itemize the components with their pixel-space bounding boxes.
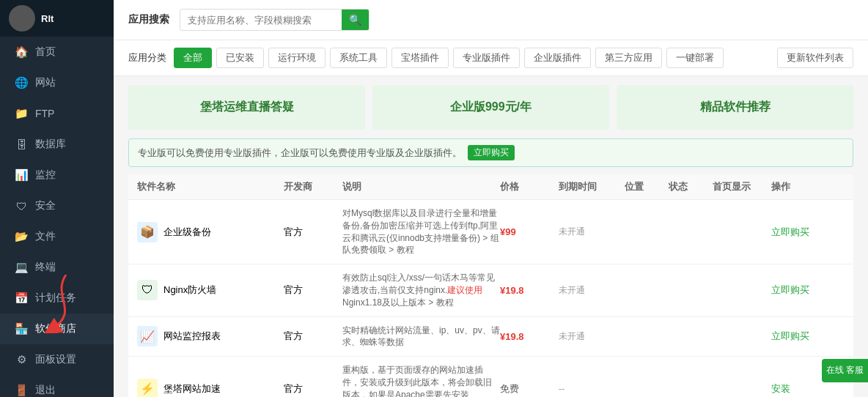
logo-text: RIt (41, 13, 54, 24)
promo-banner-enterprise[interactable]: 企业版999元/年 (372, 85, 609, 130)
files-icon: 📂 (15, 230, 28, 243)
sw-action[interactable]: 立即购买 (771, 226, 845, 239)
category-bar: 应用分类 全部已安装运行环境系统工具宝塔插件专业版插件企业版插件第三方应用一键部… (114, 40, 868, 76)
sw-name-label: 堡塔网站加速 (163, 382, 221, 396)
table-header: 软件名称开发商说明价格到期时间位置状态首页显示操作 (128, 174, 853, 200)
sidebar-item-logout[interactable]: 🚪退出 (0, 375, 114, 397)
sidebar-item-database[interactable]: 🗄数据库 (0, 129, 114, 160)
sw-icon: ⚡ (137, 379, 158, 397)
promo-banners: 堡塔运维直播答疑企业版999元/年精品软件推荐 (114, 76, 868, 138)
sidebar-item-label: 首页 (35, 45, 56, 59)
sw-action[interactable]: 安装 (771, 382, 845, 396)
sidebar-item-settings[interactable]: ⚙面板设置 (0, 344, 114, 375)
sw-expire: 未开通 (559, 226, 625, 238)
category-btn-thirdparty[interactable]: 第三方应用 (595, 48, 662, 68)
sidebar-item-terminal[interactable]: 💻终端 (0, 252, 114, 283)
sw-action-link[interactable]: 立即购买 (771, 226, 809, 237)
sw-price: 免费 (500, 382, 559, 396)
category-btn-systool[interactable]: 系统工具 (330, 48, 387, 68)
sidebar-item-label: 终端 (35, 261, 56, 274)
sidebar-logo: RIt (0, 0, 114, 37)
notice-buy-button[interactable]: 立即购买 (468, 145, 515, 160)
promo-banner-recommended[interactable]: 精品软件推荐 (617, 85, 853, 130)
search-label: 应用搜索 (128, 13, 169, 26)
table-col-header: 到期时间 (559, 180, 625, 193)
update-software-list-button[interactable]: 更新软件列表 (777, 48, 853, 68)
category-btn-runtime[interactable]: 运行环境 (268, 48, 326, 68)
website-icon: 🌐 (15, 76, 28, 89)
category-btn-entplugin[interactable]: 企业版插件 (524, 48, 591, 68)
sidebar-item-monitor[interactable]: 📊监控 (0, 160, 114, 190)
promo-banner-live[interactable]: 堡塔运维直播答疑 (128, 85, 365, 130)
sw-developer: 官方 (284, 226, 342, 239)
sw-price: ¥99 (500, 226, 559, 237)
sw-icon: 📦 (137, 222, 158, 242)
online-service-button[interactable]: 在线 客服 (822, 359, 868, 382)
monitor-icon: 📊 (15, 168, 28, 182)
sw-price: ¥19.8 (500, 331, 559, 342)
search-bar: 应用搜索 🔍 (114, 0, 868, 40)
table-col-header: 开发商 (284, 180, 342, 193)
sw-expire: 未开通 (559, 330, 625, 343)
scheduler-icon: 📅 (15, 292, 28, 305)
category-btn-installed[interactable]: 已安装 (216, 48, 264, 68)
sw-icon: 🛡 (137, 280, 158, 300)
table-col-header: 价格 (500, 180, 559, 193)
category-btn-btplugin[interactable]: 宝塔插件 (391, 48, 449, 68)
sidebar-item-appstore[interactable]: 🏪软件商店 (0, 313, 114, 344)
table-body: 📦企业级备份官方对Mysql数据库以及目录进行全量和增量备份,备份加密压缩并可选… (128, 200, 853, 397)
notice-text: 专业版可以免费使用专业版插件，企业版可以免费使用专业版及企业版插件。 (138, 146, 462, 160)
search-input-wrap: 🔍 (180, 9, 369, 31)
sidebar-item-label: FTP (35, 108, 54, 119)
sw-name-label: 网站监控报表 (163, 330, 221, 343)
search-button[interactable]: 🔍 (342, 10, 369, 30)
sw-desc: 对Mysql数据库以及目录进行全量和增量备份,备份加密压缩并可选上传到ftp,阿… (342, 207, 500, 256)
sw-developer: 官方 (284, 382, 342, 396)
logout-icon: 🚪 (15, 384, 28, 397)
category-label: 应用分类 (128, 51, 166, 64)
sidebar-nav: 🏠首页🌐网站📁FTP🗄数据库📊监控🛡安全📂文件💻终端📅计划任务🏪软件商店⚙面板设… (0, 37, 114, 397)
sw-action-link[interactable]: 安装 (771, 383, 790, 394)
sidebar-item-ftp[interactable]: 📁FTP (0, 98, 114, 129)
sw-developer: 官方 (284, 283, 342, 297)
sw-developer: 官方 (284, 330, 342, 343)
sidebar-item-files[interactable]: 📂文件 (0, 221, 114, 252)
sidebar-item-scheduler[interactable]: 📅计划任务 (0, 283, 114, 313)
sw-icon: 📈 (137, 326, 158, 346)
sidebar-item-label: 面板设置 (35, 353, 76, 366)
software-table: 软件名称开发商说明价格到期时间位置状态首页显示操作 📦企业级备份官方对Mysql… (128, 174, 853, 397)
sidebar-item-security[interactable]: 🛡安全 (0, 190, 114, 221)
sidebar-item-label: 网站 (35, 76, 56, 89)
table-col-header: 状态 (669, 180, 713, 193)
table-col-header: 软件名称 (137, 180, 284, 193)
search-input[interactable] (180, 11, 342, 29)
category-btn-all[interactable]: 全部 (174, 48, 212, 68)
ftp-icon: 📁 (15, 107, 28, 120)
category-buttons: 全部已安装运行环境系统工具宝塔插件专业版插件企业版插件第三方应用一键部署 (174, 48, 724, 68)
table-row: 📦企业级备份官方对Mysql数据库以及目录进行全量和增量备份,备份加密压缩并可选… (128, 200, 853, 264)
sw-action[interactable]: 立即购买 (771, 283, 845, 297)
sw-desc: 重构版，基于页面缓存的网站加速插件，安装或升级到此版本，将会卸载旧版本，如果是A… (342, 364, 500, 397)
category-btn-onedeploy[interactable]: 一键部署 (666, 48, 724, 68)
category-btn-proplugin[interactable]: 专业版插件 (453, 48, 520, 68)
main-content: 应用搜索 🔍 应用分类 全部已安装运行环境系统工具宝塔插件专业版插件企业版插件第… (114, 0, 868, 397)
sw-name-cell: 📦企业级备份 (137, 222, 284, 242)
table-col-header: 操作 (771, 180, 845, 193)
appstore-icon: 🏪 (15, 322, 28, 335)
sw-action[interactable]: 立即购买 (771, 330, 845, 343)
database-icon: 🗄 (15, 138, 28, 151)
table-col-header: 说明 (342, 180, 500, 193)
sw-name-cell: ⚡堡塔网站加速 (137, 379, 284, 397)
table-row: 🛡Nginx防火墙官方有效防止sql注入/xss/一句话木马等常见渗透攻击,当前… (128, 264, 853, 316)
notice-bar: 专业版可以免费使用专业版插件，企业版可以免费使用专业版及企业版插件。 立即购买 (128, 138, 853, 167)
sw-name-label: 企业级备份 (163, 226, 211, 239)
sw-action-link[interactable]: 立即购买 (771, 284, 809, 295)
sidebar-item-label: 计划任务 (35, 292, 76, 305)
sidebar-item-label: 文件 (35, 230, 56, 243)
sw-action-link[interactable]: 立即购买 (771, 330, 809, 341)
sw-expire: 未开通 (559, 284, 625, 297)
sw-expire: -- (559, 384, 625, 394)
sidebar-item-home[interactable]: 🏠首页 (0, 37, 114, 67)
sw-price: ¥19.8 (500, 285, 559, 296)
sidebar-item-website[interactable]: 🌐网站 (0, 67, 114, 98)
